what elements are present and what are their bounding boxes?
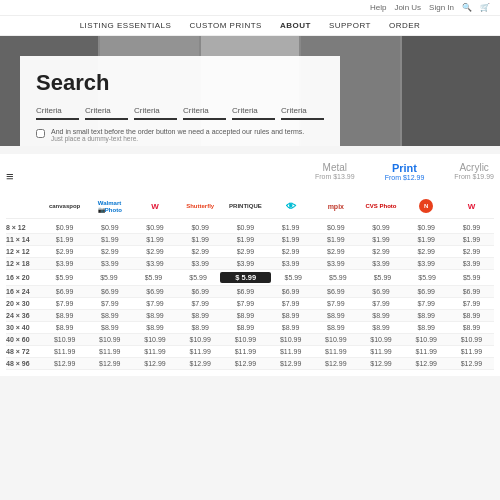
price-cell: $10.99: [404, 336, 449, 343]
price-row: $3.99$3.99$3.99$3.99$3.99$3.99$3.99$3.99…: [42, 260, 494, 267]
tab-acrylic[interactable]: Acrylic From $19.99: [454, 162, 494, 180]
price-cell: $2.99: [358, 248, 403, 255]
price-row: $8.99$8.99$8.99$8.99$8.99$8.99$8.99$8.99…: [42, 312, 494, 319]
top-nav: Help Join Us Sign In 🔍 🛒: [0, 0, 500, 16]
price-cell: $0.99: [132, 224, 177, 231]
price-cell: $7.99: [87, 300, 132, 307]
size-label: 16 × 20: [6, 274, 42, 281]
price-cell: $10.99: [449, 336, 494, 343]
table-row: 11 × 14$1.99$1.99$1.99$1.99$1.99$1.99$1.…: [6, 234, 494, 246]
price-cell: $0.99: [404, 224, 449, 231]
price-cell: $7.99: [268, 300, 313, 307]
price-cell: $12.99: [268, 360, 313, 367]
price-cell: $11.99: [404, 348, 449, 355]
price-cell: $5.99: [176, 272, 221, 283]
price-row: $12.99$12.99$12.99$12.99$12.99$12.99$12.…: [42, 360, 494, 367]
vendor-mpix: mpix: [313, 199, 358, 213]
price-cell: $2.99: [87, 248, 132, 255]
table-row: 16 × 24$6.99$6.99$6.99$6.99$6.99$6.99$6.…: [6, 286, 494, 298]
price-cell: $1.99: [358, 236, 403, 243]
table-row: 12 × 18$3.99$3.99$3.99$3.99$3.99$3.99$3.…: [6, 258, 494, 270]
vendor-printique: PRINTIQUE: [223, 199, 268, 213]
filter-icon[interactable]: ≡: [6, 169, 14, 184]
vendor-ns: N: [404, 199, 449, 213]
nav-order[interactable]: ORDER: [389, 21, 420, 30]
price-cell: $2.99: [42, 248, 87, 255]
price-cell: $8.99: [87, 324, 132, 331]
cart-icon[interactable]: 🛒: [480, 3, 490, 12]
price-cell: $6.99: [358, 288, 403, 295]
table-row: 8 × 12$0.99$0.99$0.99$0.99$0.99$1.99$0.9…: [6, 222, 494, 234]
price-cell: $1.99: [404, 236, 449, 243]
price-cell: $6.99: [223, 288, 268, 295]
vendor-walmart: Walmart📷Photo: [87, 199, 132, 213]
size-label: 16 × 24: [6, 288, 42, 295]
criteria-4[interactable]: Criteria: [183, 106, 226, 120]
size-label: 48 × 72: [6, 348, 42, 355]
nav-about[interactable]: ABOUT: [280, 21, 311, 30]
search-icon[interactable]: 🔍: [462, 3, 472, 12]
price-cell: $6.99: [132, 288, 177, 295]
vendor-perion: 👁: [268, 199, 313, 213]
price-cell: $2.99: [178, 248, 223, 255]
size-label: 48 × 96: [6, 360, 42, 367]
table-row: 40 × 60$10.99$10.99$10.99$10.99$10.99$10…: [6, 334, 494, 346]
material-tabs: Metal From $13.99 Print From $12.99 Acry…: [315, 162, 494, 181]
help-link[interactable]: Help: [370, 3, 386, 12]
tab-metal[interactable]: Metal From $13.99: [315, 162, 355, 180]
criteria-2[interactable]: Criteria: [85, 106, 128, 120]
nav-listing[interactable]: LISTING ESSENTIALS: [80, 21, 172, 30]
price-cell: $5.99: [449, 272, 494, 283]
price-cell: $8.99: [223, 324, 268, 331]
criteria-5[interactable]: Criteria: [232, 106, 275, 120]
vendor-header-row: canvaspop Walmart📷Photo W Shutterfly PRI…: [6, 199, 494, 219]
nav-custom[interactable]: CUSTOM PRINTS: [189, 21, 262, 30]
price-cell: $10.99: [268, 336, 313, 343]
price-row: $11.99$11.99$11.99$11.99$11.99$11.99$11.…: [42, 348, 494, 355]
price-cell: $3.99: [404, 260, 449, 267]
price-cell: $1.99: [449, 236, 494, 243]
price-row: $2.99$2.99$2.99$2.99$2.99$2.99$2.99$2.99…: [42, 248, 494, 255]
tab-row: ≡ Metal From $13.99 Print From $12.99 Ac…: [6, 162, 494, 191]
price-cell: $12.99: [223, 360, 268, 367]
price-cell: $7.99: [132, 300, 177, 307]
price-cell: $8.99: [42, 324, 87, 331]
tab-print[interactable]: Print From $12.99: [385, 162, 425, 181]
nav-support[interactable]: SUPPORT: [329, 21, 371, 30]
price-cell: $2.99: [449, 248, 494, 255]
price-cell: $8.99: [268, 324, 313, 331]
price-cell: $11.99: [223, 348, 268, 355]
price-cell: $3.99: [42, 260, 87, 267]
criteria-3[interactable]: Criteria: [134, 106, 177, 120]
price-cell: $5.99: [42, 272, 87, 283]
join-link[interactable]: Join Us: [394, 3, 421, 12]
price-cell: $2.99: [223, 248, 268, 255]
criteria-1[interactable]: Criteria: [36, 106, 79, 120]
price-cell: $1.99: [87, 236, 132, 243]
price-row: $7.99$7.99$7.99$7.99$7.99$7.99$7.99$7.99…: [42, 300, 494, 307]
price-cell: $0.99: [358, 224, 403, 231]
price-cell: $10.99: [358, 336, 403, 343]
signin-link[interactable]: Sign In: [429, 3, 454, 12]
price-cell: $8.99: [178, 312, 223, 319]
price-cell: $10.99: [132, 336, 177, 343]
price-cell: $0.99: [449, 224, 494, 231]
price-cell: $12.99: [449, 360, 494, 367]
price-cell: $11.99: [268, 348, 313, 355]
price-cell: $2.99: [404, 248, 449, 255]
price-cell: $3.99: [223, 260, 268, 267]
price-cell: $8.99: [178, 324, 223, 331]
criteria-6[interactable]: Criteria: [281, 106, 324, 120]
price-cell: $1.99: [178, 236, 223, 243]
price-cell: $ 5.99: [220, 272, 271, 283]
price-row: $10.99$10.99$10.99$10.99$10.99$10.99$10.…: [42, 336, 494, 343]
price-cell: $8.99: [404, 324, 449, 331]
price-cell: $11.99: [449, 348, 494, 355]
price-cell: $2.99: [313, 248, 358, 255]
vendor-shutterfly: Shutterfly: [178, 199, 223, 213]
price-cell: $6.99: [87, 288, 132, 295]
price-cell: $11.99: [42, 348, 87, 355]
price-cell: $7.99: [42, 300, 87, 307]
criteria-row: Criteria Criteria Criteria Criteria Crit…: [36, 106, 324, 120]
terms-checkbox[interactable]: [36, 129, 45, 138]
